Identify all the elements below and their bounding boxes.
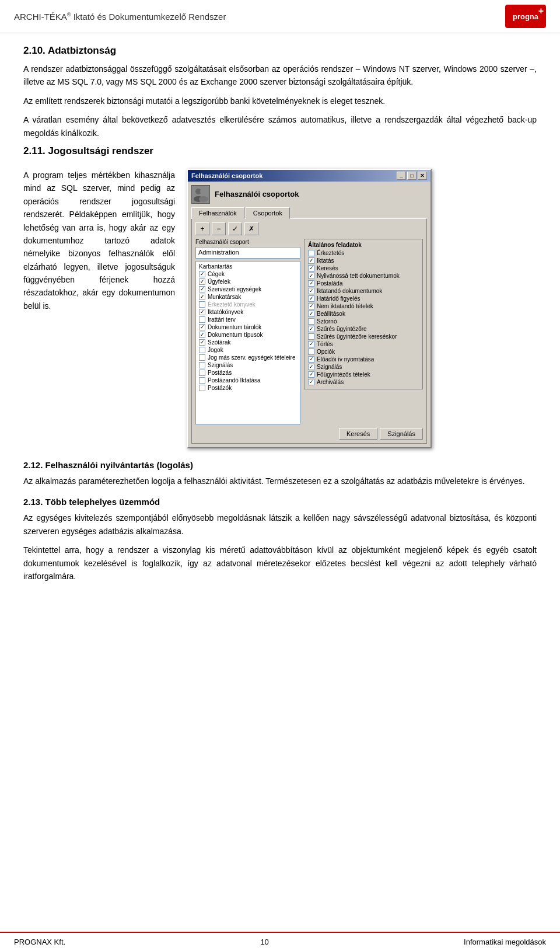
item-label: Postázók [208,385,232,391]
logo-text: progna [513,12,538,21]
list-item[interactable]: Karbantartás [197,263,299,270]
feature-checkbox[interactable] [308,288,314,294]
feature-item: Szignálás [308,364,419,370]
add-btn[interactable]: + [195,222,209,235]
list-item[interactable]: Ügyfelek [197,278,299,285]
section-213-title: 2.13. Több telephelyes üzemmód [23,497,537,507]
group-name-input[interactable]: Administration [195,247,300,259]
section-211-paragraph: A program teljes mértékben kihasználja m… [23,169,175,312]
list-item[interactable]: Postázandó Iktatása [197,377,299,384]
signal-action-btn[interactable]: Szignálás [380,428,423,440]
feature-checkbox[interactable] [308,257,314,264]
win-list-container: Karbantartás Cégek [195,261,300,424]
section-210-p1: A rendszer adatbiztonsággal összefüggő s… [23,62,537,89]
win-minimize-btn[interactable]: _ [397,172,406,180]
item-checkbox[interactable] [199,347,205,353]
list-item[interactable]: Szótárak [197,339,299,346]
list-item[interactable]: Jogok [197,346,299,354]
feature-checkbox[interactable] [308,371,314,378]
section-210-p2: Az említett rendszerek biztonsági mutató… [23,95,537,107]
list-item[interactable]: Érkeztető könyvek [197,301,299,308]
tab-csoportok[interactable]: Csoportok [246,207,290,219]
item-checkbox[interactable] [199,362,205,368]
list-item[interactable]: Dokumentum típusok [197,331,299,339]
feature-label: Keresés [317,265,338,271]
item-checkbox[interactable] [199,370,205,376]
feature-checkbox[interactable] [308,311,314,317]
win-maximize-btn[interactable]: □ [407,172,416,180]
feature-checkbox[interactable] [308,356,314,363]
feature-item: Nyilvánossá tett dokumentumok [308,273,419,279]
item-checkbox[interactable] [199,339,205,346]
feature-item: Főügyintézős tételek [308,371,419,378]
list-item[interactable]: Munkatársak [197,293,299,301]
list-item[interactable]: Postázás [197,369,299,377]
feature-checkbox[interactable] [308,318,314,325]
feature-label: Nem iktatandó tételek [317,303,373,309]
list-item[interactable]: Irattári terv [197,316,299,323]
item-label: Jogok [208,347,223,353]
feature-label: Sztornó [317,318,337,325]
feature-checkbox[interactable] [308,364,314,370]
feature-checkbox[interactable] [308,341,314,347]
item-checkbox[interactable] [199,316,205,323]
win-group-list[interactable]: Karbantartás Cégek [195,261,300,424]
feature-label: Törlés [317,341,333,347]
search-action-btn[interactable]: Keresés [339,428,377,440]
item-checkbox[interactable] [199,301,205,308]
item-label: Iktatókönyvek [208,309,243,315]
feature-item: Keresés [308,265,419,271]
feature-checkbox[interactable] [308,379,314,385]
feature-label: Postaláda [317,280,342,287]
feature-checkbox[interactable] [308,326,314,332]
win-dialog-users: Felhasználói csoportok _ □ ✕ [187,169,432,448]
tab-felhasznalok[interactable]: Felhasználók [191,207,244,219]
item-checkbox[interactable] [199,294,205,300]
section-211-title: 2.11. Jogosultsági rendszer [23,145,537,157]
feature-checkbox[interactable] [308,265,314,271]
item-checkbox[interactable] [199,354,205,361]
item-checkbox[interactable] [199,278,205,285]
item-label: Munkatársak [208,294,241,300]
remove-btn[interactable]: − [212,222,226,235]
item-label: Ügyfelek [208,278,230,285]
feature-checkbox[interactable] [308,250,314,256]
feature-item: Sztornó [308,318,419,325]
feature-checkbox[interactable] [308,273,314,279]
feature-checkbox[interactable] [308,295,314,302]
feature-item: Opciók [308,349,419,355]
list-item[interactable]: Iktatókönyvek [197,308,299,316]
feature-checkbox[interactable] [308,349,314,355]
feature-checkbox[interactable] [308,280,314,287]
item-checkbox[interactable] [199,324,205,330]
item-checkbox[interactable] [199,377,205,384]
win-close-btn[interactable]: ✕ [418,172,427,180]
item-checkbox[interactable] [199,332,205,338]
win-toolbar: + − ✓ ✗ [195,222,423,235]
win-col-left: Felhasználói csoport Administration Karb… [195,239,300,424]
item-checkbox[interactable] [199,271,205,277]
feature-item: Beállítások [308,311,419,317]
list-item[interactable]: Dokumentum tárolók [197,323,299,331]
feature-label: Iktatandó dokumentumok [317,288,382,294]
list-item[interactable]: Szignálás [197,361,299,369]
confirm-btn[interactable]: ✓ [228,222,242,235]
feature-checkbox[interactable] [308,333,314,340]
win-tab-content: + − ✓ ✗ Felhasználói csoport Administ [191,218,427,444]
list-item[interactable]: Szervezeti egységek [197,285,299,293]
list-item[interactable]: Postázók [197,384,299,392]
item-checkbox[interactable] [199,286,205,292]
list-item[interactable]: Jog más szerv. egységek tételeire [197,354,299,361]
cancel-btn[interactable]: ✗ [244,222,258,235]
item-checkbox[interactable] [199,309,205,315]
main-content: 2.10. Adatbiztonság A rendszer adatbizto… [0,33,560,600]
win-dialog-icon [191,185,210,204]
section-212-p1: Az alkalmazás paraméterezhetően logolja … [23,475,537,487]
item-checkbox[interactable] [199,385,205,391]
win-title-controls: _ □ ✕ [397,172,427,180]
svg-point-1 [200,189,206,194]
feature-label: Főügyintézős tételek [317,371,370,378]
win-two-columns: Felhasználói csoport Administration Karb… [195,239,423,424]
list-item[interactable]: Cégek [197,270,299,278]
feature-checkbox[interactable] [308,303,314,309]
